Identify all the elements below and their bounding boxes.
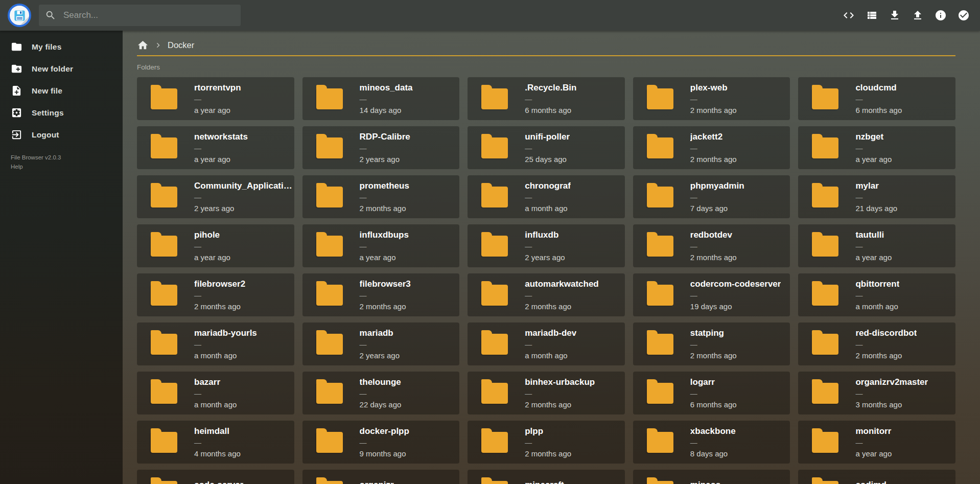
folder-card[interactable]: rtorrentvpn — a year ago xyxy=(137,77,294,120)
folder-card[interactable]: thelounge — 22 days ago xyxy=(302,372,460,414)
folder-card[interactable]: codercom-codeserver — 19 days ago xyxy=(633,273,790,316)
select-multiple-icon[interactable] xyxy=(958,9,970,21)
folder-card[interactable]: binhex-urbackup — 2 months ago xyxy=(468,372,625,414)
folder-card[interactable]: RDP-Calibre — 2 years ago xyxy=(302,126,460,169)
folder-card[interactable]: docker-plpp — 9 months ago xyxy=(302,421,460,464)
folder-card[interactable]: unifi-poller — 25 days ago xyxy=(468,126,625,169)
folder-card[interactable]: filebrowser2 — 2 months ago xyxy=(137,273,294,316)
folder-size-placeholder: — xyxy=(855,96,902,103)
search-input[interactable] xyxy=(63,10,235,20)
folder-size-placeholder: — xyxy=(525,341,576,348)
folder-card[interactable]: plex-web — 2 months ago xyxy=(633,77,790,120)
folder-meta: plex-web — 2 months ago xyxy=(690,83,737,114)
folder-card[interactable]: automarkwatched — 2 months ago xyxy=(468,273,625,316)
folder-card[interactable]: plpp — 2 months ago xyxy=(468,421,625,464)
folder-card[interactable]: chronograf — a month ago xyxy=(468,175,625,218)
folder-icon xyxy=(812,285,838,306)
sidebar-item-logout[interactable]: Logout xyxy=(0,124,123,146)
folder-size-placeholder: — xyxy=(360,341,400,348)
folder-icon xyxy=(812,187,838,208)
folder-card[interactable]: mineos_data — 14 days ago xyxy=(302,77,460,120)
folder-card[interactable]: influxdb — 2 years ago xyxy=(468,224,625,267)
folder-card[interactable]: filebrowser3 — 2 months ago xyxy=(302,273,460,316)
folder-modified-time: 2 months ago xyxy=(525,302,599,311)
folder-card[interactable]: codimd — xyxy=(798,470,955,484)
folder-size-placeholder: — xyxy=(525,243,565,250)
folder-card[interactable]: statping — 2 months ago xyxy=(633,322,790,365)
folder-card[interactable]: mariadb-dev — a month ago xyxy=(468,322,625,365)
folder-name: automarkwatched xyxy=(525,279,599,289)
folder-card[interactable]: phpmyadmin — 7 days ago xyxy=(633,175,790,218)
folder-card[interactable]: pihole — a year ago xyxy=(137,224,294,267)
folder-card[interactable]: qbittorrent — a month ago xyxy=(798,273,955,316)
folder-card[interactable]: nzbget — a year ago xyxy=(798,126,955,169)
folder-card[interactable]: bazarr — a month ago xyxy=(137,372,294,414)
folder-card[interactable]: red-discordbot — 2 months ago xyxy=(798,322,955,365)
folder-meta: nzbget — a year ago xyxy=(855,132,892,164)
help-link[interactable]: Help xyxy=(11,163,61,172)
upload-icon[interactable] xyxy=(912,9,924,21)
list-view-icon[interactable] xyxy=(866,9,878,21)
folder-card[interactable]: Community_Applicatio... — 2 years ago xyxy=(137,175,294,218)
folder-size-placeholder: — xyxy=(525,194,571,201)
folder-modified-time: 22 days ago xyxy=(360,400,402,409)
folder-card[interactable]: mariadb — 2 years ago xyxy=(302,322,460,365)
sidebar-item-new-file[interactable]: New file xyxy=(0,80,123,102)
folder-card[interactable]: code-server — xyxy=(137,470,294,484)
home-icon[interactable] xyxy=(137,39,149,51)
folder-name: .Recycle.Bin xyxy=(525,83,576,93)
folder-card[interactable]: tautulli — a year ago xyxy=(798,224,955,267)
app-logo[interactable] xyxy=(8,4,31,27)
folder-size-placeholder: — xyxy=(360,145,410,152)
folder-card[interactable]: prometheus — 2 months ago xyxy=(302,175,460,218)
folder-card[interactable]: organizr — xyxy=(302,470,460,484)
folder-size-placeholder: — xyxy=(525,145,570,152)
breadcrumb: Docker xyxy=(137,36,955,54)
folder-meta: docker-plpp — 9 months ago xyxy=(360,426,409,458)
folder-meta: jackett2 — 2 months ago xyxy=(690,132,737,164)
folder-size-placeholder: — xyxy=(525,439,571,446)
folder-meta: plpp — 2 months ago xyxy=(525,426,571,458)
chevron-right-icon xyxy=(153,40,163,50)
folder-card[interactable]: monitorr — a year ago xyxy=(798,421,955,464)
folder-size-placeholder: — xyxy=(194,390,237,397)
folder-card[interactable]: mariadb-yourls — a month ago xyxy=(137,322,294,365)
folder-meta: statping — 2 months ago xyxy=(690,328,737,360)
folder-card[interactable]: xbackbone — 8 days ago xyxy=(633,421,790,464)
folder-card[interactable]: mineos — xyxy=(633,470,790,484)
folder-card[interactable]: .Recycle.Bin — 6 months ago xyxy=(468,77,625,120)
sidebar-item-my-files[interactable]: My files xyxy=(0,36,123,58)
folder-card[interactable]: jackett2 — 2 months ago xyxy=(633,126,790,169)
folder-meta: red-discordbot — 2 months ago xyxy=(855,328,917,360)
folder-icon xyxy=(647,88,673,109)
folder-meta: heimdall — 4 months ago xyxy=(194,426,241,458)
folder-icon xyxy=(812,137,838,158)
folder-card[interactable]: organizrv2master — 3 months ago xyxy=(798,372,955,414)
search-box[interactable] xyxy=(39,5,241,26)
sidebar-item-new-folder[interactable]: New folder xyxy=(0,58,123,80)
folder-card[interactable]: cloudcmd — 6 months ago xyxy=(798,77,955,120)
folder-card[interactable]: heimdall — 4 months ago xyxy=(137,421,294,464)
folder-meta: monitorr — a year ago xyxy=(855,426,892,458)
folder-card[interactable]: mylar — 21 days ago xyxy=(798,175,955,218)
folder-meta: cloudcmd — 6 months ago xyxy=(855,83,902,114)
sidebar-item-label: My files xyxy=(32,42,61,52)
folder-card[interactable]: logarr — 6 months ago xyxy=(633,372,790,414)
folder-card[interactable]: influxdbups — a year ago xyxy=(302,224,460,267)
folder-size-placeholder: — xyxy=(690,439,736,446)
code-icon[interactable] xyxy=(843,9,855,21)
breadcrumb-current: Docker xyxy=(168,40,194,50)
folder-meta: logarr — 6 months ago xyxy=(690,377,737,409)
folder-card[interactable]: redbotdev — 2 months ago xyxy=(633,224,790,267)
folder-card[interactable]: networkstats — a year ago xyxy=(137,126,294,169)
folder-name: qbittorrent xyxy=(855,279,899,289)
sidebar-item-settings[interactable]: Settings xyxy=(0,102,123,124)
folder-size-placeholder: — xyxy=(855,292,899,299)
folder-card[interactable]: minecraft — xyxy=(468,470,625,484)
info-icon[interactable] xyxy=(935,9,947,21)
header-actions xyxy=(843,9,980,21)
folder-icon xyxy=(151,187,177,208)
download-icon[interactable] xyxy=(889,9,901,21)
folder-icon xyxy=(647,334,673,355)
folder-name: monitorr xyxy=(855,426,892,436)
